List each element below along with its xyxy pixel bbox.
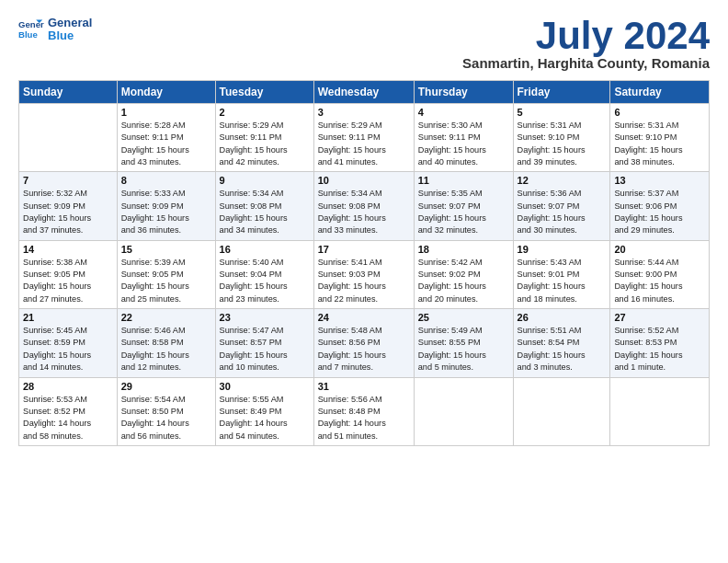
day-info: Sunrise: 5:29 AM Sunset: 9:11 PM Dayligh… — [318, 120, 410, 168]
day-info: Sunrise: 5:49 AM Sunset: 8:55 PM Dayligh… — [418, 325, 509, 373]
col-thursday: Thursday — [414, 81, 513, 104]
day-number: 10 — [318, 175, 410, 186]
day-number: 12 — [518, 175, 607, 186]
col-saturday: Saturday — [610, 81, 710, 104]
day-info: Sunrise: 5:28 AM Sunset: 9:11 PM Dayligh… — [121, 120, 211, 168]
day-number: 30 — [220, 381, 310, 392]
cell-w4-d7: 27Sunrise: 5:52 AM Sunset: 8:53 PM Dayli… — [610, 309, 710, 377]
cell-w5-d7 — [610, 377, 710, 445]
day-number: 4 — [418, 107, 509, 118]
calendar-body: 1Sunrise: 5:28 AM Sunset: 9:11 PM Daylig… — [19, 104, 710, 446]
location-subtitle: Sanmartin, Harghita County, Romania — [462, 55, 710, 71]
day-info: Sunrise: 5:39 AM Sunset: 9:05 PM Dayligh… — [121, 257, 211, 305]
day-info: Sunrise: 5:30 AM Sunset: 9:11 PM Dayligh… — [418, 120, 509, 168]
cell-w2-d4: 10Sunrise: 5:34 AM Sunset: 9:08 PM Dayli… — [313, 172, 414, 240]
week-row-2: 7Sunrise: 5:32 AM Sunset: 9:09 PM Daylig… — [19, 172, 710, 240]
cell-w3-d7: 20Sunrise: 5:44 AM Sunset: 9:00 PM Dayli… — [610, 240, 710, 308]
day-number: 3 — [318, 107, 410, 118]
cell-w4-d1: 21Sunrise: 5:45 AM Sunset: 8:59 PM Dayli… — [19, 309, 118, 377]
week-row-3: 14Sunrise: 5:38 AM Sunset: 9:05 PM Dayli… — [19, 240, 710, 308]
day-number: 15 — [121, 244, 211, 255]
day-number: 14 — [23, 244, 113, 255]
col-sunday: Sunday — [19, 81, 118, 104]
cell-w2-d1: 7Sunrise: 5:32 AM Sunset: 9:09 PM Daylig… — [19, 172, 118, 240]
day-number: 25 — [418, 312, 509, 323]
cell-w1-d2: 1Sunrise: 5:28 AM Sunset: 9:11 PM Daylig… — [117, 104, 215, 172]
week-row-5: 28Sunrise: 5:53 AM Sunset: 8:52 PM Dayli… — [19, 377, 710, 445]
day-number: 1 — [121, 107, 211, 118]
logo: General Blue General Blue — [18, 17, 92, 43]
day-number: 7 — [23, 175, 113, 186]
day-number: 8 — [121, 175, 211, 186]
day-info: Sunrise: 5:38 AM Sunset: 9:05 PM Dayligh… — [23, 257, 113, 305]
cell-w5-d5 — [414, 377, 513, 445]
day-info: Sunrise: 5:32 AM Sunset: 9:09 PM Dayligh… — [23, 188, 113, 236]
day-info: Sunrise: 5:34 AM Sunset: 9:08 PM Dayligh… — [318, 188, 410, 236]
cell-w5-d3: 30Sunrise: 5:55 AM Sunset: 8:49 PM Dayli… — [215, 377, 313, 445]
cell-w1-d3: 2Sunrise: 5:29 AM Sunset: 9:11 PM Daylig… — [215, 104, 313, 172]
day-info: Sunrise: 5:53 AM Sunset: 8:52 PM Dayligh… — [23, 394, 113, 442]
logo-icon: General Blue — [18, 17, 44, 42]
day-info: Sunrise: 5:44 AM Sunset: 9:00 PM Dayligh… — [614, 257, 705, 305]
day-info: Sunrise: 5:52 AM Sunset: 8:53 PM Dayligh… — [614, 325, 705, 373]
day-number: 31 — [318, 381, 410, 392]
day-number: 20 — [614, 244, 705, 255]
cell-w3-d3: 16Sunrise: 5:40 AM Sunset: 9:04 PM Dayli… — [215, 240, 313, 308]
day-number: 21 — [23, 312, 113, 323]
day-info: Sunrise: 5:31 AM Sunset: 9:10 PM Dayligh… — [614, 120, 705, 168]
week-row-4: 21Sunrise: 5:45 AM Sunset: 8:59 PM Dayli… — [19, 309, 710, 377]
cell-w3-d2: 15Sunrise: 5:39 AM Sunset: 9:05 PM Dayli… — [117, 240, 215, 308]
day-number: 19 — [518, 244, 607, 255]
day-info: Sunrise: 5:36 AM Sunset: 9:07 PM Dayligh… — [518, 188, 607, 236]
cell-w3-d1: 14Sunrise: 5:38 AM Sunset: 9:05 PM Dayli… — [19, 240, 118, 308]
day-info: Sunrise: 5:43 AM Sunset: 9:01 PM Dayligh… — [518, 257, 607, 305]
day-number: 26 — [518, 312, 607, 323]
title-block: July 2024 Sanmartin, Harghita County, Ro… — [462, 17, 710, 71]
cell-w1-d7: 6Sunrise: 5:31 AM Sunset: 9:10 PM Daylig… — [610, 104, 710, 172]
day-number: 17 — [318, 244, 410, 255]
header-row: Sunday Monday Tuesday Wednesday Thursday… — [19, 81, 710, 104]
cell-w4-d4: 24Sunrise: 5:48 AM Sunset: 8:56 PM Dayli… — [313, 309, 414, 377]
day-number: 28 — [23, 381, 113, 392]
day-info: Sunrise: 5:31 AM Sunset: 9:10 PM Dayligh… — [518, 120, 607, 168]
day-info: Sunrise: 5:34 AM Sunset: 9:08 PM Dayligh… — [220, 188, 310, 236]
day-number: 22 — [121, 312, 211, 323]
logo-line2: Blue — [48, 29, 92, 42]
cell-w4-d5: 25Sunrise: 5:49 AM Sunset: 8:55 PM Dayli… — [414, 309, 513, 377]
cell-w5-d4: 31Sunrise: 5:56 AM Sunset: 8:48 PM Dayli… — [313, 377, 414, 445]
day-number: 5 — [518, 107, 607, 118]
week-row-1: 1Sunrise: 5:28 AM Sunset: 9:11 PM Daylig… — [19, 104, 710, 172]
col-wednesday: Wednesday — [313, 81, 414, 104]
day-info: Sunrise: 5:40 AM Sunset: 9:04 PM Dayligh… — [220, 257, 310, 305]
day-info: Sunrise: 5:47 AM Sunset: 8:57 PM Dayligh… — [220, 325, 310, 373]
day-info: Sunrise: 5:54 AM Sunset: 8:50 PM Dayligh… — [121, 394, 211, 442]
cell-w1-d4: 3Sunrise: 5:29 AM Sunset: 9:11 PM Daylig… — [313, 104, 414, 172]
col-tuesday: Tuesday — [215, 81, 313, 104]
day-info: Sunrise: 5:33 AM Sunset: 9:09 PM Dayligh… — [121, 188, 211, 236]
day-info: Sunrise: 5:37 AM Sunset: 9:06 PM Dayligh… — [614, 188, 705, 236]
svg-text:Blue: Blue — [18, 29, 38, 40]
day-number: 2 — [220, 107, 310, 118]
cell-w2-d6: 12Sunrise: 5:36 AM Sunset: 9:07 PM Dayli… — [513, 172, 610, 240]
cell-w1-d5: 4Sunrise: 5:30 AM Sunset: 9:11 PM Daylig… — [414, 104, 513, 172]
day-info: Sunrise: 5:51 AM Sunset: 8:54 PM Dayligh… — [518, 325, 607, 373]
col-monday: Monday — [117, 81, 215, 104]
header: General Blue General Blue July 2024 Sanm… — [18, 17, 710, 71]
day-number: 6 — [614, 107, 705, 118]
cell-w2-d5: 11Sunrise: 5:35 AM Sunset: 9:07 PM Dayli… — [414, 172, 513, 240]
cell-w4-d2: 22Sunrise: 5:46 AM Sunset: 8:58 PM Dayli… — [117, 309, 215, 377]
cell-w5-d1: 28Sunrise: 5:53 AM Sunset: 8:52 PM Dayli… — [19, 377, 118, 445]
day-info: Sunrise: 5:29 AM Sunset: 9:11 PM Dayligh… — [220, 120, 310, 168]
cell-w4-d6: 26Sunrise: 5:51 AM Sunset: 8:54 PM Dayli… — [513, 309, 610, 377]
cell-w3-d5: 18Sunrise: 5:42 AM Sunset: 9:02 PM Dayli… — [414, 240, 513, 308]
day-number: 16 — [220, 244, 310, 255]
day-number: 9 — [220, 175, 310, 186]
cell-w2-d7: 13Sunrise: 5:37 AM Sunset: 9:06 PM Dayli… — [610, 172, 710, 240]
cell-w5-d6 — [513, 377, 610, 445]
calendar-table: Sunday Monday Tuesday Wednesday Thursday… — [18, 80, 710, 446]
cell-w4-d3: 23Sunrise: 5:47 AM Sunset: 8:57 PM Dayli… — [215, 309, 313, 377]
cell-w3-d4: 17Sunrise: 5:41 AM Sunset: 9:03 PM Dayli… — [313, 240, 414, 308]
page: General Blue General Blue July 2024 Sanm… — [0, 0, 728, 455]
day-number: 24 — [318, 312, 410, 323]
day-info: Sunrise: 5:46 AM Sunset: 8:58 PM Dayligh… — [121, 325, 211, 373]
